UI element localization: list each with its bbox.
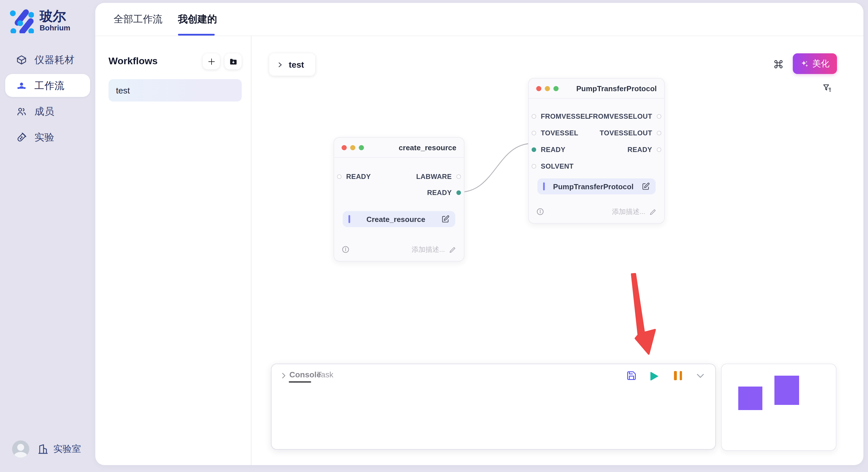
expand-chevron-icon[interactable] (280, 372, 288, 380)
filter-icon[interactable] (822, 83, 832, 93)
plus-icon (207, 57, 216, 66)
port-label: FROMVESSEL (541, 112, 589, 121)
node-pump-transfer-protocol[interactable]: PumpTransferProtocol FROMVESSEL FROMVESS… (528, 78, 665, 224)
output-port-tovesselout[interactable] (657, 131, 661, 135)
port-label: READY (627, 146, 652, 154)
node-footer: 添加描述... (342, 245, 456, 254)
output-port-labware[interactable] (456, 174, 461, 179)
sidebar-item-instruments[interactable]: 仪器耗材 (5, 48, 90, 71)
input-port-tovessel[interactable] (532, 131, 536, 135)
pencil-icon[interactable] (649, 208, 657, 215)
breadcrumb[interactable]: test (269, 53, 315, 76)
sidebar: 玻尔 Bohrium 仪器耗材 工作流 (0, 0, 95, 472)
tab-console[interactable]: Console (289, 370, 321, 379)
traffic-red-icon (536, 86, 541, 91)
import-folder-button[interactable] (224, 53, 242, 69)
brand-name-en: Bohrium (40, 23, 70, 32)
port-label: READY (346, 173, 371, 181)
description-placeholder[interactable]: 添加描述... (350, 245, 445, 255)
minimap-node-pump-transfer (774, 376, 799, 405)
user-avatar[interactable] (12, 440, 29, 458)
traffic-green-icon (359, 145, 364, 150)
tab-all-workflows[interactable]: 全部工作流 (114, 3, 162, 35)
pill-label: Create_resource (350, 215, 441, 224)
output-port-ready[interactable] (657, 147, 661, 152)
node-footer: 添加描述... (536, 207, 657, 216)
bohrium-logo-icon (9, 8, 34, 33)
annotation-arrow (632, 274, 655, 354)
sidebar-item-label: 成员 (34, 105, 55, 118)
node-action-pill[interactable]: Create_resource (343, 211, 455, 227)
traffic-yellow-icon (545, 86, 550, 91)
description-placeholder[interactable]: 添加描述... (544, 207, 645, 216)
workspace-switcher[interactable]: 实验室 (37, 443, 81, 455)
traffic-green-icon (553, 86, 559, 91)
edge-ready-to-ready[interactable] (460, 143, 533, 192)
members-icon (16, 106, 27, 117)
package-icon (16, 54, 27, 65)
main-panel: 全部工作流 我创建的 Workflows (95, 3, 863, 465)
port-label: READY (541, 146, 565, 154)
tab-task[interactable]: Task (317, 370, 334, 379)
edit-icon[interactable] (441, 215, 450, 223)
port-label: TOVESSEL (541, 129, 578, 137)
node-title: PumpTransferProtocol (577, 84, 657, 93)
port-label: TOVESSELOUT (600, 129, 652, 137)
port-label: SOLVENT (541, 162, 574, 170)
node-create-resource[interactable]: create_resource READY LABWARE READY Crea… (334, 137, 464, 262)
workspace-label: 实验室 (53, 443, 81, 455)
app-root: 玻尔 Bohrium 仪器耗材 工作流 (0, 0, 868, 472)
sidebar-item-label: 实验 (34, 131, 55, 144)
chevron-right-icon (277, 61, 284, 68)
output-port-ready[interactable] (456, 191, 461, 195)
console-panel: Console Task (271, 364, 716, 450)
workflow-tabbar: 全部工作流 我创建的 (95, 3, 863, 36)
output-port-fromvesselout[interactable] (657, 114, 661, 119)
sidebar-item-experiments[interactable]: 实验 (5, 126, 90, 148)
input-port-solvent[interactable] (532, 164, 536, 169)
experiment-icon (16, 132, 27, 142)
edit-icon[interactable] (642, 182, 650, 191)
console-tab-underline (289, 381, 311, 382)
building-icon (37, 443, 49, 455)
pill-label: PumpTransferProtocol (545, 182, 642, 191)
brand-name-zh: 玻尔 (40, 9, 70, 23)
workflow-people-icon (16, 80, 27, 91)
sidebar-nav: 仪器耗材 工作流 成员 (5, 48, 90, 151)
save-icon[interactable] (626, 370, 637, 381)
info-icon[interactable] (342, 245, 350, 254)
node-title: create_resource (399, 143, 456, 152)
beautify-label: 美化 (812, 58, 830, 69)
input-port-ready[interactable] (532, 147, 536, 152)
workflows-panel-title: Workflows (108, 56, 198, 67)
pencil-icon[interactable] (449, 246, 456, 253)
collapse-chevron-down-icon[interactable] (695, 370, 706, 381)
input-port-fromvessel[interactable] (532, 114, 536, 119)
info-icon[interactable] (536, 208, 544, 216)
tab-my-created[interactable]: 我创建的 (178, 3, 217, 35)
port-label: READY (427, 189, 452, 197)
sparkles-icon (800, 59, 809, 68)
workflows-panel: Workflows test (95, 36, 251, 465)
breadcrumb-label: test (289, 60, 304, 69)
node-header: PumpTransferProtocol (529, 78, 664, 99)
port-label: LABWARE (416, 173, 452, 181)
node-action-pill[interactable]: PumpTransferProtocol (537, 178, 656, 194)
add-workflow-button[interactable] (203, 53, 220, 69)
pause-icon[interactable] (674, 371, 682, 380)
workflow-list-item-test[interactable]: test (108, 79, 242, 102)
workflow-item-label: test (116, 86, 130, 95)
traffic-yellow-icon (350, 145, 355, 150)
command-icon[interactable] (773, 59, 784, 70)
minimap[interactable] (721, 364, 836, 451)
sidebar-item-members[interactable]: 成员 (5, 100, 90, 123)
run-icon[interactable] (650, 372, 658, 381)
sidebar-footer: 实验室 (12, 440, 81, 458)
sidebar-item-label: 仪器耗材 (34, 53, 74, 66)
sidebar-item-workflow[interactable]: 工作流 (5, 74, 90, 97)
beautify-button[interactable]: 美化 (793, 53, 837, 74)
input-port-ready[interactable] (337, 174, 342, 179)
brand-logo[interactable]: 玻尔 Bohrium (9, 8, 70, 33)
port-label: FROMVESSELOUT (589, 112, 652, 121)
traffic-red-icon (342, 145, 347, 150)
